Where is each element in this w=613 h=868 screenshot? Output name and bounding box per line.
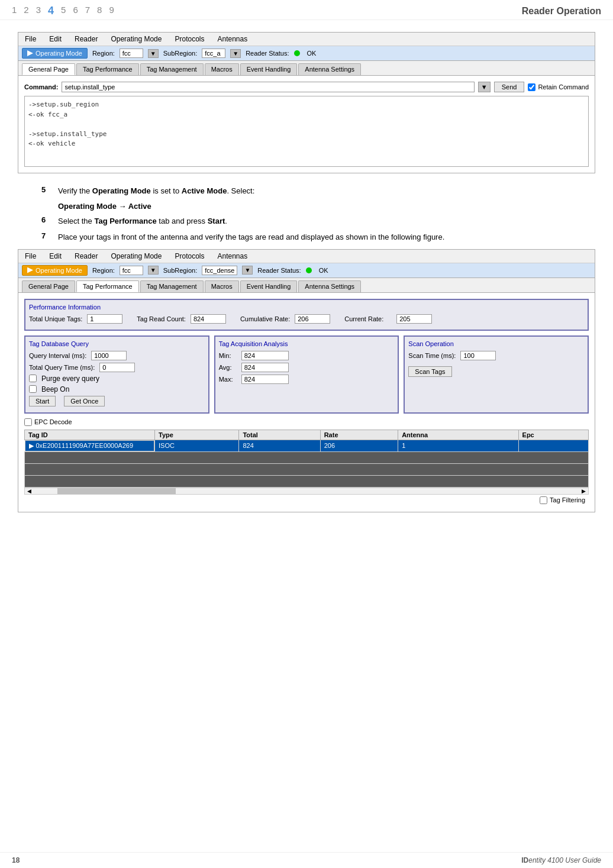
- step-6-bold2: Start: [208, 217, 225, 225]
- total-unique-label: Total Unique Tags:: [29, 315, 82, 322]
- nav-6[interactable]: 6: [73, 5, 78, 17]
- scroll-left-btn[interactable]: ◀: [25, 488, 34, 494]
- instructions: 5 Verify the Operating Mode is set to Ac…: [41, 185, 595, 243]
- table-row[interactable]: ▶ 0xE2001111909A77EE0000A269 ISOC 824 20…: [25, 440, 589, 451]
- menu-operating-mode-1[interactable]: Operating Mode: [109, 34, 163, 44]
- tab-general-page-2[interactable]: General Page: [22, 280, 75, 292]
- command-input[interactable]: [62, 82, 474, 92]
- scan-op-title: Scan Operation: [408, 340, 584, 347]
- step-5-sub: Operating Mode → Active: [58, 202, 595, 211]
- menu-protocols-2[interactable]: Protocols: [173, 251, 206, 261]
- nav-5[interactable]: 5: [61, 5, 66, 17]
- tab-tag-management-1[interactable]: Tag Management: [140, 63, 204, 75]
- tab-antenna-settings-2[interactable]: Antenna Settings: [298, 280, 361, 292]
- avg-input[interactable]: [241, 363, 289, 372]
- tag-id-value: 0xE2001111909A77EE0000A269: [36, 442, 134, 449]
- menu-reader-1[interactable]: Reader: [73, 34, 99, 44]
- menu-reader-2[interactable]: Reader: [73, 251, 99, 261]
- tag-acquisition-section: Tag Acquisition Analysis Min: Avg: Max:: [214, 335, 399, 414]
- command-row: Command: ▼ Send Retain Command: [24, 82, 589, 92]
- query-interval-input[interactable]: [91, 351, 127, 360]
- step-7: 7 Place your tags in front of the antenn…: [41, 231, 595, 243]
- table-cell-rate: 206: [320, 440, 398, 451]
- retain-command-checkbox[interactable]: [528, 83, 535, 91]
- retain-command-label: Retain Command: [538, 83, 589, 91]
- subregion-value-2: fcc_dense: [202, 266, 237, 275]
- send-button[interactable]: Send: [494, 82, 525, 92]
- tab-antenna-settings-1[interactable]: Antenna Settings: [298, 63, 361, 75]
- menu-antennas-2[interactable]: Antennas: [215, 251, 249, 261]
- tag-filtering-row: Tag Filtering: [24, 495, 589, 506]
- menu-file-1[interactable]: File: [23, 34, 38, 44]
- footer-page-number: 18: [12, 856, 20, 864]
- tag-filtering-label: Tag Filtering: [550, 496, 585, 504]
- console-line-1: ->setup.sub_region: [28, 100, 585, 110]
- nav-8[interactable]: 8: [97, 5, 102, 17]
- command-dropdown[interactable]: ▼: [478, 82, 491, 92]
- tag-read-count-input[interactable]: [191, 314, 226, 324]
- menu-antennas-1[interactable]: Antennas: [215, 34, 249, 44]
- nav-3[interactable]: 3: [36, 5, 41, 17]
- nav-1[interactable]: 1: [12, 5, 17, 17]
- region-dropdown-2[interactable]: ▼: [148, 266, 159, 275]
- menu-file-2[interactable]: File: [23, 251, 38, 261]
- play-icon-1: [27, 50, 33, 56]
- operating-mode-button-1[interactable]: Operating Mode: [22, 48, 88, 59]
- tab-tag-performance-2[interactable]: Tag Performance: [76, 280, 139, 292]
- tab-event-handling-1[interactable]: Event Handling: [240, 63, 298, 75]
- epc-decode-checkbox[interactable]: [24, 418, 32, 426]
- min-input[interactable]: [241, 351, 289, 360]
- max-input[interactable]: [241, 375, 289, 384]
- total-query-input[interactable]: [99, 363, 135, 372]
- col-header-epc: Epc: [518, 430, 588, 440]
- toolbar-1: Operating Mode Region: fcc ▼ SubRegion: …: [18, 46, 595, 61]
- nav-2[interactable]: 2: [24, 5, 28, 17]
- beep-checkbox[interactable]: [29, 385, 37, 393]
- menu-protocols-1[interactable]: Protocols: [173, 34, 206, 44]
- total-unique-input[interactable]: [87, 314, 122, 324]
- console-area: ->setup.sub_region <-ok fcc_a ->setup.in…: [24, 96, 589, 167]
- tab-tag-performance-1[interactable]: Tag Performance: [76, 63, 139, 75]
- horizontal-scrollbar[interactable]: ◀ ▶: [24, 488, 589, 495]
- reader-status-label-2: Reader Status:: [257, 267, 301, 274]
- menu-operating-mode-2[interactable]: Operating Mode: [109, 251, 163, 261]
- panel-1: Command: ▼ Send Retain Command ->setup.s…: [18, 76, 595, 173]
- menu-edit-1[interactable]: Edit: [47, 34, 63, 44]
- nav-7[interactable]: 7: [85, 5, 90, 17]
- operating-mode-button-2[interactable]: Operating Mode: [22, 265, 88, 276]
- app-window-2: File Edit Reader Operating Mode Protocol…: [18, 249, 595, 512]
- cumulative-rate-input[interactable]: [295, 314, 330, 324]
- min-label: Min:: [219, 352, 237, 359]
- menu-edit-2[interactable]: Edit: [47, 251, 63, 261]
- tag-table: Tag ID Type Total Rate Antenna Epc ▶ 0xE…: [24, 430, 589, 488]
- scrollbar-thumb[interactable]: [57, 488, 176, 494]
- current-rate-input[interactable]: [396, 314, 432, 324]
- beep-label: Beep On: [41, 385, 69, 393]
- subregion-dropdown-2[interactable]: ▼: [242, 266, 253, 275]
- step-5: 5 Verify the Operating Mode is set to Ac…: [41, 185, 595, 197]
- scan-tags-button[interactable]: Scan Tags: [408, 366, 451, 377]
- tab-macros-2[interactable]: Macros: [205, 280, 239, 292]
- tag-filtering-checkbox[interactable]: [540, 496, 547, 504]
- scan-time-label: Scan Time (ms):: [408, 352, 456, 359]
- play-icon-2: [27, 267, 33, 273]
- status-dot-2: [306, 267, 312, 273]
- console-line-3: [28, 120, 585, 130]
- step-6-bold1: Tag Performance: [94, 217, 156, 225]
- start-button[interactable]: Start: [29, 396, 56, 406]
- tab-event-handling-2[interactable]: Event Handling: [240, 280, 298, 292]
- purge-checkbox[interactable]: [29, 375, 37, 382]
- scan-time-input[interactable]: [460, 351, 496, 360]
- nav-4-current[interactable]: 4: [48, 5, 54, 17]
- scroll-right-btn[interactable]: ▶: [579, 488, 588, 494]
- tab-general-page-1[interactable]: General Page: [22, 63, 75, 75]
- tab-macros-1[interactable]: Macros: [205, 63, 239, 75]
- tab-tag-management-2[interactable]: Tag Management: [140, 280, 204, 292]
- region-label-1: Region:: [92, 50, 115, 57]
- table-empty-row-1: [25, 451, 589, 463]
- region-dropdown-1[interactable]: ▼: [148, 49, 159, 58]
- nav-9[interactable]: 9: [109, 5, 114, 17]
- subregion-dropdown-1[interactable]: ▼: [230, 49, 241, 58]
- table-cell-type: ISOC: [155, 440, 239, 451]
- get-once-button[interactable]: Get Once: [64, 396, 105, 406]
